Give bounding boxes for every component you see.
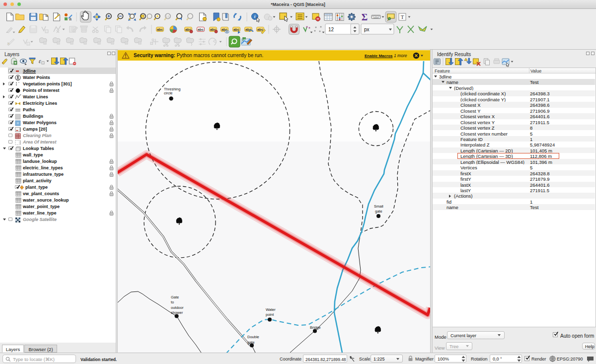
svg-text:Water: Water xyxy=(266,307,276,312)
svg-text:abc: abc xyxy=(245,28,251,31)
svg-text:abc: abc xyxy=(257,28,263,31)
svg-text:abc: abc xyxy=(157,28,163,31)
svg-text:14159: 14159 xyxy=(373,16,379,19)
svg-text:Σ: Σ xyxy=(362,12,368,22)
svg-text:Small: Small xyxy=(374,204,383,209)
svg-text:px: px xyxy=(364,27,370,32)
svg-text:circle: circle xyxy=(164,91,173,95)
svg-text:abc: abc xyxy=(198,28,204,31)
svg-text:Gate: Gate xyxy=(171,295,179,299)
svg-text:Double: Double xyxy=(247,335,259,339)
svg-text:T: T xyxy=(401,14,404,20)
svg-text:gate: gate xyxy=(247,340,255,345)
svg-text:gate: gate xyxy=(375,209,382,214)
svg-text:1:1: 1:1 xyxy=(166,15,169,18)
svg-text:outdoor: outdoor xyxy=(171,305,184,310)
svg-text:to: to xyxy=(171,300,174,304)
svg-text:Bridge: Bridge xyxy=(310,325,321,330)
svg-text:12: 12 xyxy=(328,27,334,32)
svg-text:abc: abc xyxy=(233,28,239,31)
svg-text:ε: ε xyxy=(39,58,41,65)
svg-text:point: point xyxy=(266,312,274,317)
svg-text:shower: shower xyxy=(171,310,183,315)
